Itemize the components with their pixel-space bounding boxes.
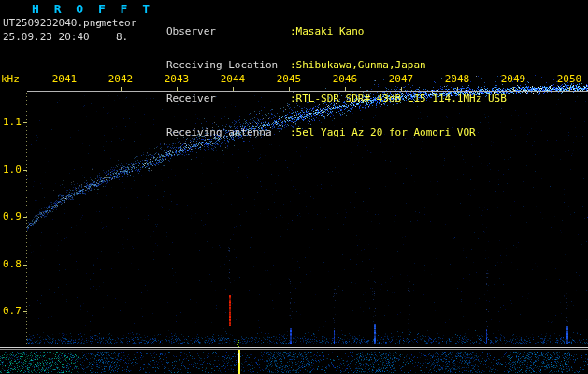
info-value: :Masaki Kano <box>290 26 364 37</box>
x-axis-tick-label: 2045 <box>276 74 302 85</box>
x-axis-tick-label: 2046 <box>332 74 358 85</box>
info-row-antenna: Receiving antenna:5el Yagi Az 20 for Aom… <box>166 127 507 138</box>
y-axis-tick-label: 1.1 <box>3 117 25 128</box>
info-label: Observer <box>166 26 290 37</box>
app-title: H R O F F T <box>32 4 153 15</box>
x-axis-tick-label: 2041 <box>51 74 78 85</box>
y-axis-unit-label: kHz <box>1 74 20 85</box>
info-label: Receiving antenna <box>166 127 290 138</box>
info-label: Receiving Location <box>166 60 290 71</box>
observation-datetime: 25.09.23 20:40 <box>3 32 90 43</box>
info-row-location: Receiving Location:Shibukawa,Gunma,Japan <box>166 60 507 71</box>
y-axis-tick-label: 0.9 <box>3 211 25 223</box>
x-axis-tick-label: 2042 <box>108 74 134 85</box>
y-axis-tick-label: 0.7 <box>3 306 25 317</box>
echo-count: 8. <box>116 32 128 43</box>
y-axis-tick-label: 1.0 <box>3 165 25 176</box>
info-value: :Shibukawa,Gunma,Japan <box>290 60 426 71</box>
station-name: ~meteor <box>93 18 136 29</box>
x-axis-tick-label: 2050 <box>556 74 582 85</box>
info-label: Receiver <box>166 94 290 105</box>
x-axis-tick-label: 2047 <box>388 74 414 85</box>
x-axis-tick-label: 2044 <box>220 74 246 85</box>
hrofft-spectrogram-window: H R O F F T UT2509232040.png ~meteor 25.… <box>0 0 588 374</box>
info-row-observer: Observer:Masaki Kano <box>166 26 507 37</box>
x-axis-tick-label: 2043 <box>164 74 190 85</box>
info-value: :5el Yagi Az 20 for Aomori VOR <box>290 127 476 138</box>
x-axis-tick-label: 2048 <box>444 74 470 85</box>
output-filename: UT2509232040.png <box>3 18 102 29</box>
info-row-receiver: Receiver:RTL-SDR SDR# 43dB L15 114.1MHz … <box>166 94 507 105</box>
info-value: :RTL-SDR SDR# 43dB L15 114.1MHz USB <box>290 94 507 105</box>
x-axis-tick-label: 2049 <box>500 74 526 85</box>
y-axis-tick-label: 0.8 <box>3 259 25 270</box>
